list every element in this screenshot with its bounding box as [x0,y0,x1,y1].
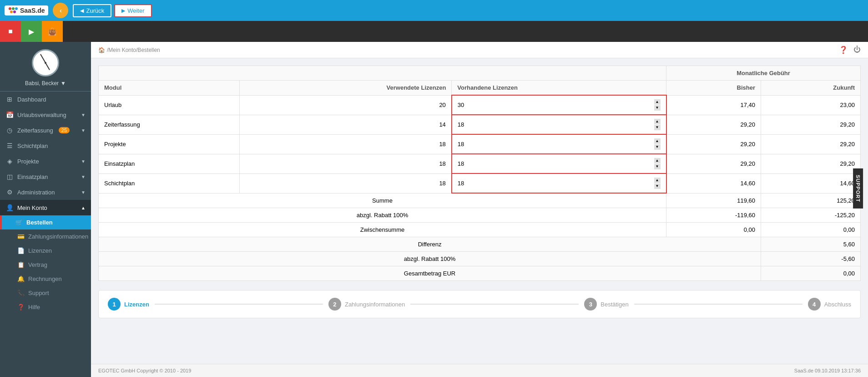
sidebar-item-rechnungen[interactable]: 🔔 Rechnungen [0,272,91,286]
schichtplan-icon: ☰ [5,142,14,149]
breadcrumb-actions: ❓ ⏻ [839,46,861,54]
used-cell: 18 [240,173,452,193]
power-icon[interactable]: ⏻ [853,46,861,54]
rabatt-bisher: -119,60 [666,208,761,223]
play-btn[interactable]: ▶ [21,21,42,42]
spin-btns-2: ▲ ▼ [654,138,661,150]
bag-btn[interactable]: 👜 [42,21,63,42]
spin-up-btn[interactable]: ▲ [654,158,661,163]
sidebar-item-einsatzplan[interactable]: ◫ Einsatzplan ▼ [0,169,91,184]
rabatt-label: abzgl. Rabatt 100% [99,208,666,223]
sidebar-sub-label: Zahlungsinformationen [28,233,88,240]
projekte-icon: ◈ [5,158,14,165]
gesamt-zukunft: 0,00 [761,266,861,281]
modul-cell: Schichtplan [99,173,240,193]
step-3: 3 Bestätigen [584,298,628,311]
sidebar-item-support[interactable]: 📞 Support [0,286,91,300]
sidebar-sub-label: Support [28,290,49,296]
bisher-cell: 29,20 [666,154,761,173]
rabatt2-zukunft: -5,60 [761,252,861,266]
sidebar-sub-label: Vertrag [28,261,47,268]
spin-up-btn[interactable]: ▲ [654,138,661,144]
sidebar-item-urlaubsverwaltung[interactable]: 📅 Urlaubsverwaltung ▼ [0,107,91,122]
content: 🏠 /Mein Konto/Bestellen ❓ ⏻ Monatliche G… [91,42,868,377]
help-circle-icon[interactable]: ❓ [839,46,848,54]
spin-down-btn[interactable]: ▼ [654,125,661,130]
differenz-zukunft: 5,60 [761,237,861,252]
summe-bisher: 119,60 [666,193,761,208]
spin-up-btn[interactable]: ▲ [654,119,661,124]
available-cell: 18 ▲ ▼ [452,115,666,134]
sidebar-item-administration[interactable]: ⚙ Administration ▼ [0,184,91,200]
summe-row: Summe 119,60 125,20 [99,193,861,208]
sidebar-item-projekte[interactable]: ◈ Projekte ▼ [0,153,91,169]
bisher-cell: 29,20 [666,134,761,154]
available-cell: 18 ▲ ▼ [452,154,666,173]
back-btn[interactable]: ◀ Zurück [73,4,111,17]
sidebar-item-label: Zeiterfassung [17,127,53,134]
next-btn[interactable]: ▶ Weiter [114,4,151,17]
spin-up-btn[interactable]: ▲ [654,99,661,105]
chevron-icon: ▼ [81,128,86,133]
sidebar-sub-label: Lizenzen [28,247,52,254]
zwischen-row: Zwischensumme 0,00 0,00 [99,223,861,237]
svg-point-0 [9,7,11,10]
sidebar-item-bestellen[interactable]: 🛒 Bestellen [0,215,91,229]
modul-header: Modul [99,81,240,96]
sidebar-user: Babsi, Becker ▼ [0,42,91,92]
back-circle-btn[interactable]: ‹ [53,3,68,18]
time-icon: ◷ [5,127,14,134]
available-header: Vorhandene Lizenzen [452,81,666,96]
spin-up-btn[interactable]: ▲ [654,178,661,183]
sidebar-item-mein-konto[interactable]: 👤 Mein Konto ▲ [0,200,91,215]
spin-down-btn[interactable]: ▼ [654,164,661,169]
empty-header [99,66,666,81]
sidebar-item-zeiterfassung[interactable]: ◷ Zeiterfassung 25 ▼ [0,122,91,138]
spin-down-btn[interactable]: ▼ [654,144,661,150]
step-line-3 [634,304,802,305]
sidebar-item-label: Mein Konto [17,204,47,211]
zukunft-cell: 23,00 [761,95,861,115]
table-row: Schichtplan 18 18 ▲ ▼ 14,60 14,60 [99,173,861,193]
zwischen-bisher: 0,00 [666,223,761,237]
zukunft-cell: 29,20 [761,115,861,134]
sidebar-nav: ⊞ Dashboard 📅 Urlaubsverwaltung ▼ ◷ Zeit… [0,92,91,377]
chevron-icon: ▼ [81,190,86,195]
sidebar-item-schichtplan[interactable]: ☰ Schichtplan [0,138,91,153]
sidebar-item-hilfe[interactable]: ❓ Hilfe [0,300,91,314]
stop-icon: ■ [8,27,13,36]
used-cell: 18 [240,154,452,173]
bag-icon: 👜 [48,27,57,36]
help-icon: ❓ [17,304,25,311]
sidebar-item-dashboard[interactable]: ⊞ Dashboard [0,92,91,107]
svg-point-4 [13,10,16,13]
bisher-cell: 29,20 [666,115,761,134]
spin-down-btn[interactable]: ▼ [654,105,661,111]
order-table: Monatliche Gebühr Modul Verwendete Lizen… [98,66,861,281]
zukunft-cell: 29,20 [761,134,861,154]
sidebar-sub-label: Bestellen [26,219,53,226]
breadcrumb: 🏠 /Mein Konto/Bestellen ❓ ⏻ [91,42,868,58]
payment-icon: 💳 [17,233,25,240]
rabatt-row: abzgl. Rabatt 100% -119,60 -125,20 [99,208,861,223]
sidebar-item-zahlungsinformationen[interactable]: 💳 Zahlungsinformationen [0,229,91,244]
sidebar-item-vertrag[interactable]: 📋 Vertrag [0,258,91,272]
sidebar: Babsi, Becker ▼ ⊞ Dashboard 📅 Urlaubsver… [0,42,91,377]
dashboard-icon: ⊞ [5,96,14,103]
clock-center [45,62,46,64]
zukunft-cell: 29,20 [761,154,861,173]
bisher-cell: 14,60 [666,173,761,193]
sidebar-username[interactable]: Babsi, Becker ▼ [25,80,66,87]
svg-point-1 [12,7,15,10]
sidebar-item-lizenzen[interactable]: 📄 Lizenzen [0,244,91,258]
admin-icon: ⚙ [5,188,14,196]
differenz-label: Differenz [99,237,761,252]
step-label-4: Abschluss [824,301,851,308]
chevron-down-icon: ▼ [61,80,66,87]
zwischen-zukunft: 0,00 [761,223,861,237]
spin-down-btn[interactable]: ▼ [654,183,661,189]
support-tab[interactable]: SUPPORT [853,168,863,209]
stop-btn[interactable]: ■ [0,21,21,42]
license-value-0: 30 [458,102,652,108]
home-icon[interactable]: 🏠 [98,47,105,53]
